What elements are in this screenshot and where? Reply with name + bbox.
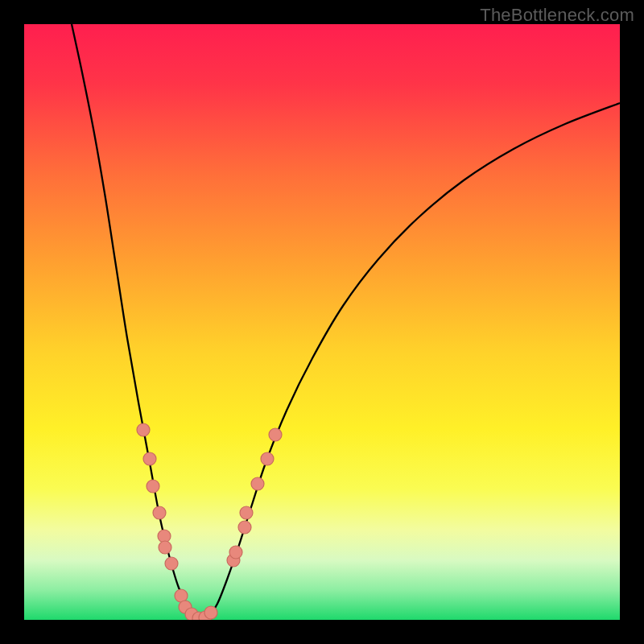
scatter-dots: [137, 423, 282, 620]
scatter-point: [269, 428, 282, 441]
scatter-point: [240, 506, 253, 519]
scatter-point: [251, 477, 264, 490]
scatter-point: [143, 452, 156, 465]
plot-area: [24, 24, 620, 620]
scatter-point: [159, 541, 171, 554]
chart-frame: TheBottleneck.com: [0, 0, 644, 644]
scatter-point: [137, 423, 150, 436]
curves-layer: [24, 24, 620, 620]
scatter-point: [229, 546, 242, 559]
scatter-point: [261, 452, 274, 465]
scatter-point: [147, 480, 159, 493]
scatter-point: [238, 521, 251, 534]
watermark-text: TheBottleneck.com: [480, 5, 634, 26]
scatter-point: [153, 506, 166, 519]
scatter-point: [165, 557, 178, 570]
left-curve: [72, 24, 203, 619]
right-curve: [203, 103, 620, 619]
scatter-point: [204, 606, 217, 619]
